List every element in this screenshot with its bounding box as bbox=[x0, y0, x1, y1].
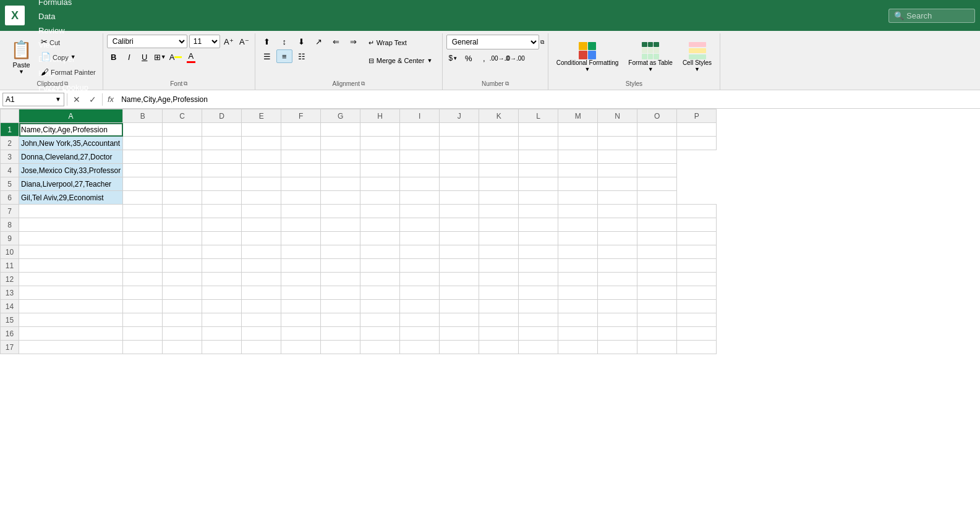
cell-I9[interactable] bbox=[400, 232, 440, 245]
cell-J3[interactable] bbox=[440, 150, 479, 164]
cell-I1[interactable] bbox=[400, 123, 440, 137]
cell-F17[interactable] bbox=[281, 341, 321, 354]
cell-G10[interactable] bbox=[321, 245, 360, 259]
cell-J7[interactable] bbox=[440, 205, 479, 218]
cell-B7[interactable] bbox=[123, 205, 163, 218]
cell-G1[interactable] bbox=[321, 123, 360, 137]
cell-J12[interactable] bbox=[440, 273, 479, 286]
cell-L13[interactable] bbox=[519, 286, 558, 300]
cell-A1[interactable]: Name,City,Age,Profession bbox=[19, 123, 123, 137]
cell-N3[interactable] bbox=[598, 150, 637, 164]
cell-F2[interactable] bbox=[281, 137, 321, 150]
row-header-1[interactable]: 1 bbox=[1, 123, 19, 137]
cell-E3[interactable] bbox=[242, 150, 281, 164]
cell-L10[interactable] bbox=[519, 245, 558, 259]
row-header-4[interactable]: 4 bbox=[1, 164, 19, 177]
cell-F11[interactable] bbox=[281, 259, 321, 273]
cell-D14[interactable] bbox=[202, 300, 242, 313]
cell-L3[interactable] bbox=[519, 150, 558, 164]
increase-font-button[interactable]: A⁺ bbox=[222, 35, 236, 48]
cell-B11[interactable] bbox=[123, 259, 163, 273]
cell-I3[interactable] bbox=[400, 150, 440, 164]
cell-B6[interactable] bbox=[123, 191, 163, 205]
cell-E4[interactable] bbox=[242, 164, 281, 177]
cell-L1[interactable] bbox=[519, 123, 558, 137]
col-header-B[interactable]: B bbox=[123, 109, 163, 123]
cell-D9[interactable] bbox=[202, 232, 242, 245]
cell-E14[interactable] bbox=[242, 300, 281, 313]
cell-F5[interactable] bbox=[281, 177, 321, 191]
cell-O1[interactable] bbox=[637, 123, 677, 137]
cell-E13[interactable] bbox=[242, 286, 281, 300]
cell-I12[interactable] bbox=[400, 273, 440, 286]
cell-I2[interactable] bbox=[400, 137, 440, 150]
cell-J13[interactable] bbox=[440, 286, 479, 300]
cell-I5[interactable] bbox=[400, 177, 440, 191]
cell-O17[interactable] bbox=[637, 341, 677, 354]
cell-M3[interactable] bbox=[558, 150, 598, 164]
cell-B16[interactable] bbox=[123, 327, 163, 341]
cell-H1[interactable] bbox=[360, 123, 400, 137]
cell-L6[interactable] bbox=[519, 191, 558, 205]
cell-D17[interactable] bbox=[202, 341, 242, 354]
cell-K5[interactable] bbox=[479, 177, 519, 191]
cell-I13[interactable] bbox=[400, 286, 440, 300]
cell-K8[interactable] bbox=[479, 218, 519, 232]
cell-F3[interactable] bbox=[281, 150, 321, 164]
confirm-formula-button[interactable]: ✓ bbox=[86, 93, 100, 106]
cell-P17[interactable] bbox=[677, 341, 717, 354]
cell-M2[interactable] bbox=[558, 137, 598, 150]
cell-G3[interactable] bbox=[321, 150, 360, 164]
cell-N17[interactable] bbox=[598, 341, 637, 354]
cell-P11[interactable] bbox=[677, 259, 717, 273]
cell-D15[interactable] bbox=[202, 313, 242, 327]
cell-D4[interactable] bbox=[202, 164, 242, 177]
cell-N5[interactable] bbox=[598, 177, 637, 191]
cell-P10[interactable] bbox=[677, 245, 717, 259]
cell-L9[interactable] bbox=[519, 232, 558, 245]
cell-D1[interactable] bbox=[202, 123, 242, 137]
cell-L2[interactable] bbox=[519, 137, 558, 150]
cell-K17[interactable] bbox=[479, 341, 519, 354]
cell-B10[interactable] bbox=[123, 245, 163, 259]
cell-C15[interactable] bbox=[163, 313, 202, 327]
cell-J15[interactable] bbox=[440, 313, 479, 327]
cell-I11[interactable] bbox=[400, 259, 440, 273]
cell-F8[interactable] bbox=[281, 218, 321, 232]
cell-P2[interactable] bbox=[677, 137, 717, 150]
cell-J2[interactable] bbox=[440, 137, 479, 150]
fill-color-button[interactable]: A bbox=[169, 50, 182, 64]
format-painter-button[interactable]: 🖌 Format Painter bbox=[38, 65, 99, 79]
cell-C17[interactable] bbox=[163, 341, 202, 354]
cell-M1[interactable] bbox=[558, 123, 598, 137]
cell-N16[interactable] bbox=[598, 327, 637, 341]
cell-P12[interactable] bbox=[677, 273, 717, 286]
cell-C13[interactable] bbox=[163, 286, 202, 300]
cell-O15[interactable] bbox=[637, 313, 677, 327]
cell-J8[interactable] bbox=[440, 218, 479, 232]
cell-E2[interactable] bbox=[242, 137, 281, 150]
cell-N1[interactable] bbox=[598, 123, 637, 137]
cell-P8[interactable] bbox=[677, 218, 717, 232]
cell-I14[interactable] bbox=[400, 300, 440, 313]
cell-K12[interactable] bbox=[479, 273, 519, 286]
col-header-E[interactable]: E bbox=[242, 109, 281, 123]
cell-B8[interactable] bbox=[123, 218, 163, 232]
col-header-I[interactable]: I bbox=[400, 109, 440, 123]
cell-E11[interactable] bbox=[242, 259, 281, 273]
cell-J10[interactable] bbox=[440, 245, 479, 259]
cell-J11[interactable] bbox=[440, 259, 479, 273]
cell-G12[interactable] bbox=[321, 273, 360, 286]
row-header-12[interactable]: 12 bbox=[1, 273, 19, 286]
cell-D3[interactable] bbox=[202, 150, 242, 164]
col-header-D[interactable]: D bbox=[202, 109, 242, 123]
cell-K14[interactable] bbox=[479, 300, 519, 313]
cell-E6[interactable] bbox=[242, 191, 281, 205]
cell-O9[interactable] bbox=[637, 232, 677, 245]
row-header-10[interactable]: 10 bbox=[1, 245, 19, 259]
paste-button[interactable]: 📋 Paste ▼ bbox=[6, 35, 36, 79]
cell-F9[interactable] bbox=[281, 232, 321, 245]
cell-H2[interactable] bbox=[360, 137, 400, 150]
col-header-F[interactable]: F bbox=[281, 109, 321, 123]
cell-M6[interactable] bbox=[558, 191, 598, 205]
